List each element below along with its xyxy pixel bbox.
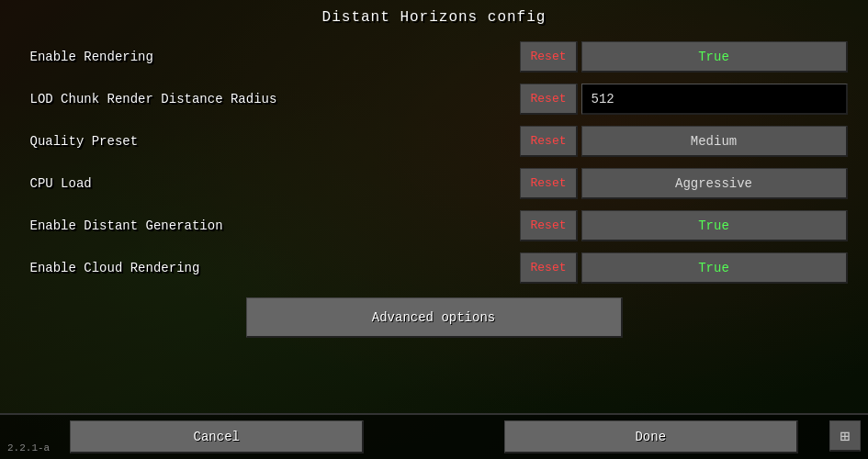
- dialog-title: Distant Horizons config: [12, 9, 857, 26]
- settings-icon: ⊞: [840, 426, 851, 446]
- config-dialog: Distant Horizons config Enable Rendering…: [12, 9, 857, 347]
- controls-lod-chunk-distance: Reset: [520, 84, 847, 115]
- row-enable-cloud-rendering: Enable Cloud Rendering Reset True: [21, 250, 848, 286]
- reset-cpu-load[interactable]: Reset: [520, 168, 577, 199]
- done-button[interactable]: Done: [504, 420, 798, 453]
- settings-icon-button[interactable]: ⊞: [829, 420, 861, 452]
- reset-enable-rendering[interactable]: Reset: [520, 41, 577, 73]
- reset-lod-chunk-distance[interactable]: Reset: [520, 84, 577, 115]
- controls-cpu-load: Reset Aggressive: [520, 168, 847, 199]
- row-lod-chunk-distance: LOD Chunk Render Distance Radius Reset: [21, 81, 848, 118]
- cancel-button[interactable]: Cancel: [70, 420, 364, 453]
- label-enable-distant-generation: Enable Distant Generation: [21, 218, 521, 233]
- advanced-options-button[interactable]: Advanced options: [246, 297, 623, 338]
- footer-right: Done: [434, 420, 869, 453]
- value-enable-rendering[interactable]: True: [581, 41, 848, 73]
- controls-enable-rendering: Reset True: [520, 41, 847, 73]
- value-quality-preset[interactable]: Medium: [581, 126, 848, 157]
- footer-bar: Cancel Done: [0, 413, 868, 459]
- advanced-options-row: Advanced options: [12, 297, 857, 338]
- reset-enable-distant-generation[interactable]: Reset: [520, 210, 577, 241]
- reset-enable-cloud-rendering[interactable]: Reset: [520, 252, 577, 284]
- label-cpu-load: CPU Load: [21, 176, 521, 191]
- input-lod-chunk-distance[interactable]: [581, 84, 848, 115]
- row-quality-preset: Quality Preset Reset Medium: [21, 123, 848, 160]
- value-enable-distant-generation[interactable]: True: [581, 210, 848, 241]
- footer-left: Cancel: [0, 420, 434, 453]
- reset-quality-preset[interactable]: Reset: [520, 126, 577, 157]
- row-enable-distant-generation: Enable Distant Generation Reset True: [21, 207, 848, 244]
- version-label: 2.2.1-a: [7, 442, 50, 453]
- controls-enable-cloud-rendering: Reset True: [520, 252, 847, 284]
- label-quality-preset: Quality Preset: [21, 134, 521, 149]
- label-enable-cloud-rendering: Enable Cloud Rendering: [21, 261, 521, 275]
- label-enable-rendering: Enable Rendering: [21, 50, 521, 64]
- row-enable-rendering: Enable Rendering Reset True: [21, 39, 848, 75]
- row-cpu-load: CPU Load Reset Aggressive: [21, 165, 848, 202]
- controls-quality-preset: Reset Medium: [520, 126, 847, 157]
- controls-enable-distant-generation: Reset True: [520, 210, 847, 241]
- label-lod-chunk-distance: LOD Chunk Render Distance Radius: [21, 92, 521, 106]
- value-cpu-load[interactable]: Aggressive: [581, 168, 848, 199]
- config-area: Enable Rendering Reset True LOD Chunk Re…: [12, 39, 857, 286]
- value-enable-cloud-rendering[interactable]: True: [581, 252, 848, 284]
